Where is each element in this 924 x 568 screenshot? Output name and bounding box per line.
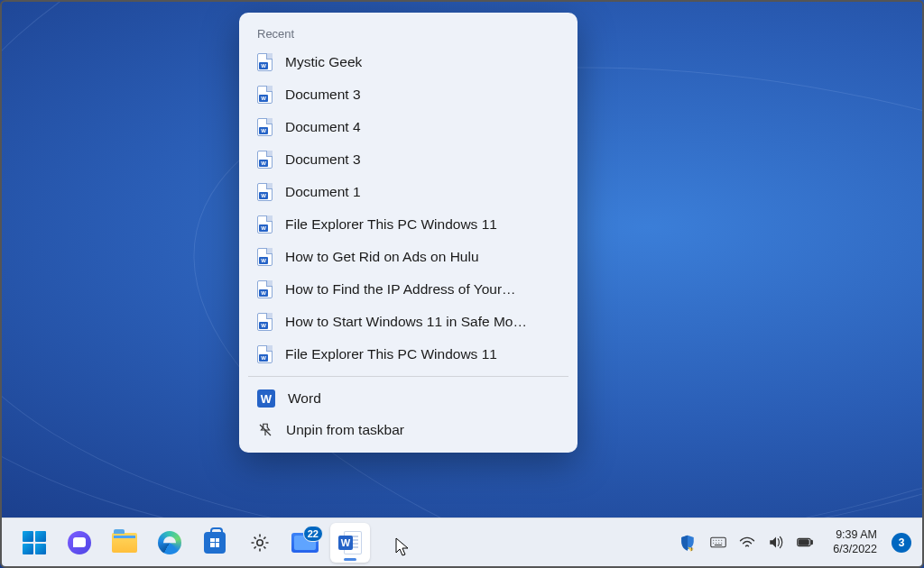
recent-document-label: File Explorer This PC Windows 11 <box>285 346 497 362</box>
word-document-icon: W <box>257 151 273 169</box>
svg-text:!: ! <box>691 546 693 552</box>
folder-icon <box>112 533 137 553</box>
system-tray <box>705 535 818 551</box>
recent-document-label: Document 4 <box>285 119 361 135</box>
notification-center-button[interactable]: 3 <box>892 533 911 553</box>
word-document-icon: W <box>257 313 273 331</box>
notification-badge: 22 <box>303 526 323 542</box>
recent-document[interactable]: W How to Get Rid on Ads on Hulu <box>239 241 578 273</box>
open-app-label: Word <box>288 390 321 407</box>
recent-document[interactable]: W Document 3 <box>239 78 578 111</box>
svg-point-0 <box>257 539 263 545</box>
word-document-icon: W <box>257 215 273 234</box>
keyboard-icon[interactable] <box>710 535 726 551</box>
settings-button[interactable] <box>240 523 280 563</box>
recent-document-label: Mystic Geek <box>285 54 362 70</box>
recent-document[interactable]: W File Explorer This PC Windows 11 <box>239 208 578 241</box>
word-document-icon: W <box>257 53 273 71</box>
recent-document-label: How to Start Windows 11 in Safe Mo… <box>285 314 527 330</box>
recent-document-label: Document 3 <box>285 87 361 103</box>
recent-document-label: File Explorer This PC Windows 11 <box>285 216 497 233</box>
word-button[interactable]: W <box>330 523 370 563</box>
clock[interactable]: 9:39 AM 6/3/2022 <box>827 528 882 556</box>
recent-document-label: Document 3 <box>285 151 361 168</box>
word-app-icon: W <box>257 389 275 408</box>
recent-document[interactable]: W Document 3 <box>239 143 578 176</box>
recent-document[interactable]: W Document 4 <box>239 111 578 143</box>
recent-document-label: How to Get Rid on Ads on Hulu <box>285 249 479 265</box>
time-label: 9:39 AM <box>833 528 877 543</box>
word-document-icon: W <box>257 345 273 363</box>
edge-icon <box>158 531 181 554</box>
word-document-icon: W <box>257 86 273 104</box>
jumplist-section-header: Recent <box>239 18 578 46</box>
unpin-icon <box>257 422 273 438</box>
gear-icon <box>249 532 271 554</box>
open-app-item[interactable]: W Word <box>239 382 578 415</box>
recent-document[interactable]: W How to Find the IP Address of Your… <box>239 273 578 306</box>
taskbar: 22 W ! 9:39 AM 6/3/20 <box>2 518 922 566</box>
file-explorer-button[interactable] <box>105 523 144 563</box>
unpin-label: Unpin from taskbar <box>286 422 404 438</box>
battery-icon[interactable] <box>797 535 813 551</box>
store-icon <box>204 532 226 554</box>
volume-icon[interactable] <box>768 535 784 551</box>
word-document-icon: W <box>257 183 273 201</box>
date-label: 6/3/2022 <box>833 543 877 557</box>
recent-document[interactable]: W How to Start Windows 11 in Safe Mo… <box>239 306 578 338</box>
svg-rect-5 <box>811 540 812 544</box>
chat-icon <box>68 531 91 554</box>
svg-rect-6 <box>799 540 808 545</box>
separator <box>248 376 568 377</box>
mouse-cursor-icon <box>395 537 410 557</box>
edge-button[interactable] <box>150 523 189 563</box>
taskbar-pinned-apps: 22 W <box>14 523 370 563</box>
recent-document[interactable]: W Mystic Geek <box>239 46 578 78</box>
recent-document[interactable]: W Document 1 <box>239 176 578 208</box>
taskbar-system-area: ! 9:39 AM 6/3/2022 3 <box>679 528 913 556</box>
word-icon: W <box>338 531 362 554</box>
windows-logo-icon <box>23 531 46 554</box>
microsoft-store-button[interactable] <box>195 523 235 563</box>
unpin-from-taskbar[interactable]: Unpin from taskbar <box>239 415 578 445</box>
word-jumplist: Recent W Mystic Geek W Document 3 W Docu… <box>239 13 578 453</box>
wifi-icon[interactable] <box>739 535 755 551</box>
phone-link-button[interactable]: 22 <box>285 523 325 563</box>
recent-document[interactable]: W File Explorer This PC Windows 11 <box>239 338 578 371</box>
notification-count: 3 <box>899 536 905 549</box>
windows-security-icon[interactable]: ! <box>679 535 696 551</box>
word-document-icon: W <box>257 118 273 136</box>
start-button[interactable] <box>14 523 54 563</box>
recent-document-label: How to Find the IP Address of Your… <box>285 281 516 298</box>
word-document-icon: W <box>257 248 273 266</box>
chat-button[interactable] <box>60 523 99 563</box>
recent-document-label: Document 1 <box>285 184 361 200</box>
word-document-icon: W <box>257 280 273 298</box>
svg-rect-3 <box>711 537 726 547</box>
